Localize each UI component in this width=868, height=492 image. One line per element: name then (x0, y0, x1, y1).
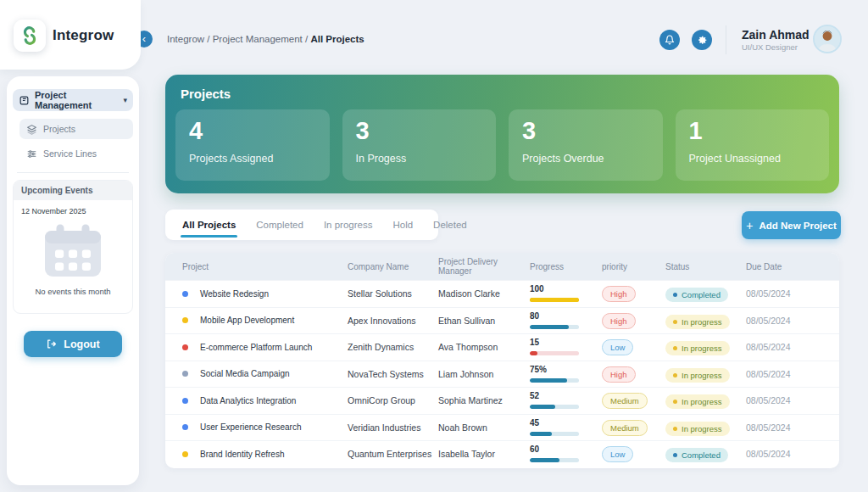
sidebar-section-project-management[interactable]: Project Management ▾ (13, 89, 133, 111)
delivery-manager: Isabella Taylor (438, 449, 530, 459)
progress-value: 75% (530, 366, 602, 374)
brand-logo[interactable] (14, 20, 46, 52)
column-header: Due Date (746, 262, 805, 271)
tab-completed[interactable]: Completed (246, 210, 314, 240)
project-color-dot (182, 424, 188, 430)
project-color-dot (182, 291, 188, 297)
logout-button[interactable]: Logout (24, 331, 122, 357)
banner-title: Projects (181, 87, 231, 101)
company-name: Quantum Enterprises (348, 449, 438, 459)
progress-value: 80 (530, 312, 602, 321)
status-dot-icon (673, 453, 677, 457)
delivery-manager: Noah Brown (438, 422, 530, 433)
sidebar-item-service-lines[interactable]: Service Lines (19, 143, 133, 164)
projects-banner: Projects 4 Projects Assigned 3 In Proges… (165, 75, 839, 193)
company-name: Zenith Dynamics (348, 342, 438, 352)
upcoming-events-card: Upcoming Events 12 November 2025 No even… (13, 180, 133, 314)
due-date: 08/05/2024 (746, 422, 805, 433)
table-row[interactable]: Website Redesign Stellar Solutions Madis… (165, 280, 839, 307)
avatar-photo (815, 26, 840, 52)
tabs-bar: All Projects Completed In progress Hold … (165, 210, 438, 240)
tab-all-projects[interactable]: All Projects (172, 210, 246, 240)
column-header: Progress (530, 262, 602, 271)
tab-hold[interactable]: Hold (382, 210, 423, 240)
breadcrumb-current: All Projects (310, 34, 364, 44)
table-row[interactable]: Brand Identity Refresh Quantum Enterpris… (165, 440, 839, 467)
avatar[interactable] (813, 25, 842, 53)
table-row[interactable]: Mobile App Development Apex Innovations … (165, 307, 839, 334)
stat-card: 3 Projects Overdue (509, 109, 663, 181)
table-row[interactable]: Social Media Campaign NovaTech Systems L… (165, 361, 839, 388)
stat-label: Project Unassigned (689, 153, 816, 165)
events-date: 12 November 2025 (21, 207, 132, 215)
add-new-project-button[interactable]: + Add New Project (742, 211, 841, 239)
delivery-manager: Liam Johnson (438, 369, 530, 379)
progress-bar (530, 325, 579, 329)
sidebar-item-projects[interactable]: Projects (19, 119, 133, 139)
bell-icon (665, 35, 675, 45)
notifications-button[interactable] (659, 30, 680, 50)
status-dot-icon (673, 320, 677, 324)
priority-badge: Medium (602, 393, 648, 409)
calendar-icon (40, 221, 106, 282)
add-new-project-label: Add New Project (759, 221, 836, 231)
project-name: Social Media Campaign (200, 369, 290, 378)
table-row[interactable]: User Experience Research Veridian Indust… (165, 414, 839, 441)
status-badge: In progress (665, 341, 730, 355)
due-date: 08/05/2024 (746, 449, 805, 459)
progress-bar (530, 351, 579, 355)
tab-deleted[interactable]: Deleted (423, 210, 477, 240)
breadcrumb-prefix[interactable]: Integrow / Project Management / (167, 34, 310, 44)
due-date: 08/05/2024 (746, 342, 805, 352)
project-name: Mobile App Development (200, 316, 294, 325)
priority-badge: Medium (602, 420, 648, 436)
project-name: User Experience Research (200, 422, 302, 432)
sidebar-item-label: Service Lines (43, 148, 97, 159)
delivery-manager: Madison Clarke (438, 288, 530, 299)
project-color-dot (182, 451, 188, 457)
layers-icon (26, 124, 37, 135)
due-date: 08/05/2024 (746, 395, 805, 405)
stat-value: 3 (522, 117, 649, 145)
logo-card: Integrow (0, 0, 141, 70)
upcoming-events-header: Upcoming Events (14, 181, 132, 200)
chevron-down-icon: ▾ (123, 96, 127, 104)
user-role: UI/UX Designer (742, 42, 798, 52)
delivery-manager: Ethan Sullivan (438, 316, 530, 326)
project-name: Website Redesign (200, 289, 269, 299)
table-header-row: ProjectCompany NameProject Delivery Mana… (165, 253, 839, 280)
status-badge: In progress (665, 394, 730, 409)
project-name: Brand Identity Refresh (200, 450, 285, 459)
column-header: Project (165, 262, 348, 271)
stat-card: 4 Projects Assigned (175, 109, 330, 181)
progress-bar (530, 298, 579, 302)
table-row[interactable]: E-commerce Platform Launch Zenith Dynami… (165, 333, 839, 361)
sidebar-divider (17, 172, 129, 173)
company-name: Apex Innovations (348, 316, 438, 326)
progress-value: 45 (530, 419, 602, 428)
column-header: Project Delivery Manager (438, 257, 530, 276)
delivery-manager: Sophia Martinez (438, 395, 530, 405)
logout-icon (46, 338, 57, 349)
company-name: Veridian Industries (348, 422, 438, 433)
stat-label: Projects Overdue (522, 153, 649, 165)
company-name: NovaTech Systems (348, 369, 438, 379)
priority-badge: Low (602, 339, 633, 355)
breadcrumb: Integrow / Project Management / All Proj… (167, 34, 364, 44)
progress-value: 15 (530, 338, 602, 347)
sliders-icon (26, 148, 37, 159)
table-row[interactable]: Data Analytics Integration OmniCorp Grou… (165, 387, 839, 414)
project-color-dot (182, 317, 188, 323)
upcoming-events-title: Upcoming Events (21, 186, 92, 195)
status-badge: In progress (665, 422, 730, 436)
stat-value: 1 (689, 117, 816, 145)
brand-name: Integrow (53, 27, 114, 44)
status-dot-icon (673, 427, 677, 431)
tab-in-progress[interactable]: In progress (314, 210, 383, 240)
sidebar-item-label: Projects (43, 124, 75, 134)
priority-badge: Low (602, 446, 633, 462)
project-name: Data Analytics Integration (200, 396, 296, 405)
stat-card: 1 Project Unassigned (676, 109, 830, 181)
settings-button[interactable] (692, 30, 712, 50)
board-icon (19, 95, 30, 106)
